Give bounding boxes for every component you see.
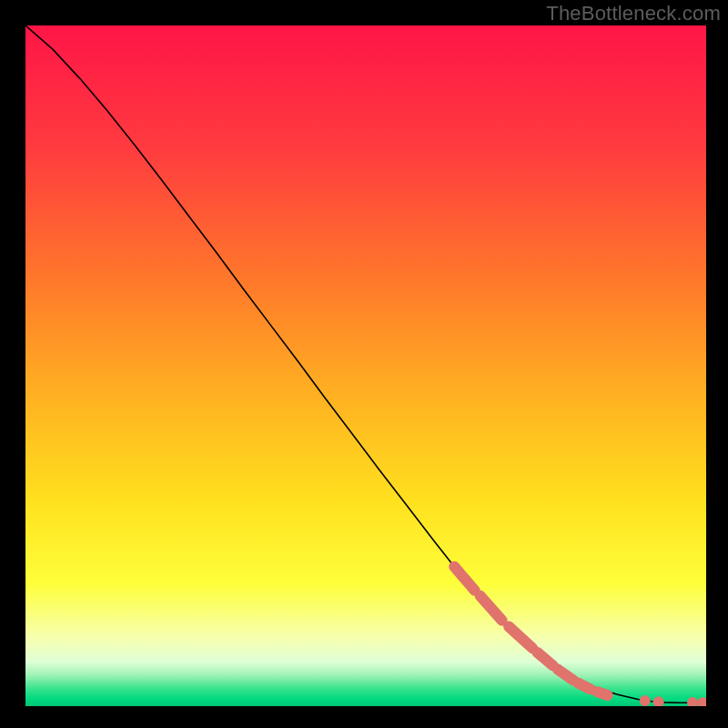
marker-segment	[578, 683, 590, 690]
watermark-text: TheBottleneck.com	[546, 2, 721, 25]
marker-point	[640, 695, 651, 706]
plot-area	[25, 25, 706, 706]
marker-segment	[597, 692, 607, 695]
chart-frame: TheBottleneck.com	[0, 0, 728, 728]
chart-svg	[25, 25, 706, 706]
gradient-background	[25, 25, 706, 706]
